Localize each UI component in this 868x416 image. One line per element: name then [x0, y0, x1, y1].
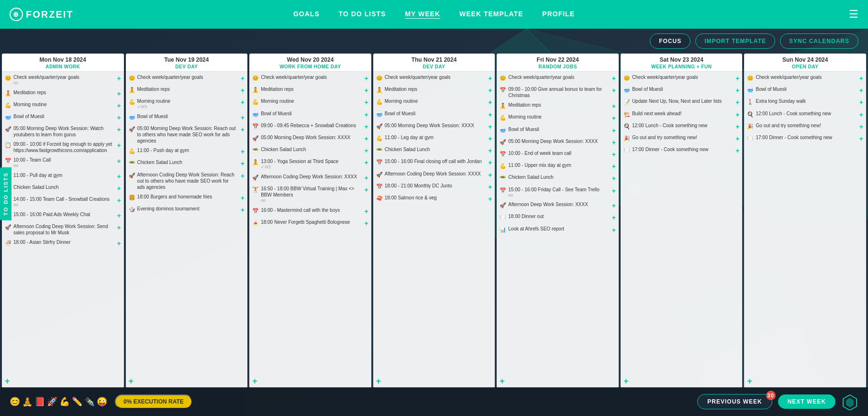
task-item[interactable]: 🧘Meditation reps+	[126, 85, 248, 97]
task-item[interactable]: 📅18:00 - 21:00 Monthly DC Junto+	[373, 181, 495, 193]
task-add-button[interactable]: +	[239, 147, 245, 156]
task-item[interactable]: 🍝18:00 Never Forgetti Spaghetti Bolognes…	[249, 218, 371, 230]
task-item[interactable]: 📅15:00 - 16:00 Friday Call - See Team Tr…	[497, 185, 619, 200]
task-item[interactable]: 🚀Afternoon Coding Deep Work Session: Rea…	[126, 170, 248, 192]
task-item[interactable]: 🍳12:00 Lunch - Cook something new+	[621, 121, 743, 133]
task-add-button[interactable]: +	[857, 74, 863, 83]
task-add-button[interactable]: +	[734, 122, 739, 131]
task-item[interactable]: 🚀Afternoon Deep Work Session: XXXX+	[497, 200, 619, 212]
task-item[interactable]: 🚀Afternoon Coding Deep Work Session: XXX…	[249, 172, 371, 184]
task-item[interactable]: 🍣18:00 Salmon rice & veg+	[373, 193, 495, 205]
task-item[interactable]: 🥣Bowl of Muesli+	[126, 112, 248, 124]
task-item[interactable]: 🎉Go out and try something new!+	[621, 133, 743, 145]
task-add-button[interactable]: +	[239, 172, 245, 180]
task-add-button[interactable]: +	[115, 101, 121, 110]
task-add-button[interactable]: +	[486, 86, 492, 95]
task-item[interactable]: 🥣Bowl of Muesli+	[621, 85, 743, 97]
task-item[interactable]: 🎉Go out and try something new!+	[744, 121, 866, 133]
task-add-button[interactable]: +	[734, 74, 739, 83]
task-item[interactable]: 🧘Meditation reps+	[373, 85, 495, 97]
task-item[interactable]: 🚀05:00 Morning Deep Work Session: Reach …	[126, 124, 248, 146]
task-add-button[interactable]: +	[610, 126, 616, 135]
task-add-button[interactable]: +	[115, 125, 121, 134]
task-add-button[interactable]: +	[486, 195, 492, 203]
task-item[interactable]: 🎲Evening dominos tournament+	[126, 204, 248, 216]
task-item[interactable]: 📅14:00 - 15:00 Team Call - Snowball Crea…	[2, 195, 124, 210]
nav-todo[interactable]: TO DO LISTS	[339, 10, 386, 19]
task-add-button[interactable]: +	[857, 134, 863, 143]
focus-button[interactable]: FOCUS	[650, 33, 690, 49]
task-add-button[interactable]: +	[610, 213, 616, 222]
task-item[interactable]: 💪11:00 - Pull day at gym+	[2, 171, 124, 183]
day-add-button-3[interactable]: +	[373, 374, 495, 388]
task-item[interactable]: 🏋️16:50 - 18:00 BBW Virtual Training | M…	[249, 184, 371, 206]
task-add-button[interactable]: +	[486, 110, 492, 119]
task-item[interactable]: 💪Morning routine+	[497, 112, 619, 124]
day-add-button-2[interactable]: +	[249, 374, 371, 388]
task-add-button[interactable]: +	[857, 122, 863, 131]
task-item[interactable]: 🍔18:00 Burgers and homemade fries+	[126, 192, 248, 204]
task-add-button[interactable]: +	[610, 174, 616, 183]
task-add-button[interactable]: +	[486, 98, 492, 107]
task-item[interactable]: 📋15:00 - 16:00 Paid Ads Weekly Chat+	[2, 210, 124, 222]
task-add-button[interactable]: +	[363, 207, 368, 216]
task-add-button[interactable]: +	[486, 74, 492, 83]
day-add-button-6[interactable]: +	[744, 374, 866, 388]
task-item[interactable]: 😊Check week/quarter/year goals+	[249, 73, 371, 85]
task-add-button[interactable]: +	[363, 122, 368, 131]
task-add-button[interactable]: +	[115, 113, 121, 122]
next-week-button[interactable]: NEXT WEEK	[778, 394, 835, 409]
task-add-button[interactable]: +	[610, 74, 616, 83]
task-item[interactable]: 🥗Chicken Salad Lunch+	[373, 145, 495, 157]
hamburger-icon[interactable]: ☰	[849, 8, 858, 21]
task-item[interactable]: 😊Check week/quarter/year goals+	[373, 73, 495, 85]
task-item[interactable]: 🚀05:00 Morning Deep Work Session: XXXX+	[373, 121, 495, 133]
task-item[interactable]: 🥗Chicken Salad Lunch+	[249, 145, 371, 157]
task-add-button[interactable]: +	[239, 125, 245, 134]
task-item[interactable]: 🍽️17:00 Dinner - Cook something new+	[621, 145, 743, 157]
task-add-button[interactable]: +	[363, 86, 368, 95]
task-add-button[interactable]: +	[239, 86, 245, 95]
task-item[interactable]: 🍽️17:00 Dinner - Cook something new+	[744, 133, 866, 145]
task-item[interactable]: 💪11:00 - Push day at gym+	[126, 146, 248, 158]
task-item[interactable]: 📅09:00 - 09:45 Rebecca + Snowball Creati…	[249, 121, 371, 133]
task-item[interactable]: 🥣Bowl of Muesli+	[373, 109, 495, 121]
task-add-button[interactable]: +	[239, 206, 245, 214]
execution-rate-button[interactable]: 0% EXECUTION RATE	[115, 394, 192, 409]
task-item[interactable]: 😊Check week/quarter/year goalsoo+	[2, 73, 124, 88]
task-add-button[interactable]: +	[363, 134, 368, 143]
task-add-button[interactable]: +	[734, 98, 739, 107]
task-item[interactable]: 🚀05:00 Morning Deep Work Session: Watch …	[2, 124, 124, 140]
task-item[interactable]: 🧘Meditation reps+	[497, 100, 619, 112]
task-item[interactable]: 🏗️Build next week ahead!+	[621, 109, 743, 121]
task-item[interactable]: 💪Morning routine+	[2, 100, 124, 112]
task-add-button[interactable]: +	[486, 134, 492, 143]
task-item[interactable]: 📅10:00 - Team Calloo+	[2, 155, 124, 171]
task-add-button[interactable]: +	[115, 196, 121, 205]
task-item[interactable]: 💪Morning routine✓0/3+	[126, 97, 248, 112]
day-add-button-0[interactable]: +	[2, 374, 124, 388]
task-add-button[interactable]: +	[610, 162, 616, 171]
task-add-button[interactable]: +	[486, 158, 492, 167]
task-item[interactable]: 🧘Meditation reps+	[2, 88, 124, 100]
task-item[interactable]: 💪11:00 - Leg day at gym+	[373, 133, 495, 145]
task-item[interactable]: 💪11:00 - Upper mix day at gym+	[497, 161, 619, 173]
task-add-button[interactable]: +	[363, 146, 368, 155]
task-add-button[interactable]: +	[115, 74, 121, 83]
task-add-button[interactable]: +	[115, 211, 121, 220]
task-item[interactable]: 😊Check week/quarter/year goals+	[497, 73, 619, 85]
task-add-button[interactable]: +	[239, 98, 245, 107]
task-item[interactable]: 😊Check week/quarter/year goals+	[744, 73, 866, 85]
task-add-button[interactable]: +	[239, 159, 245, 168]
task-add-button[interactable]: +	[610, 138, 616, 147]
task-add-button[interactable]: +	[363, 110, 368, 119]
nav-myweek[interactable]: MY WEEK	[405, 10, 440, 19]
task-item[interactable]: 📊Look at Ahrefs SEO report+	[497, 224, 619, 236]
task-add-button[interactable]: +	[115, 223, 121, 232]
nav-profile[interactable]: PROFILE	[542, 10, 575, 19]
task-item[interactable]: 📅10:00 - End of week team call+	[497, 149, 619, 161]
task-add-button[interactable]: +	[115, 184, 121, 193]
day-add-button-5[interactable]: +	[621, 374, 743, 388]
task-item[interactable]: 🥗Chicken Salad Lunch+	[497, 173, 619, 185]
task-add-button[interactable]: +	[610, 226, 616, 234]
